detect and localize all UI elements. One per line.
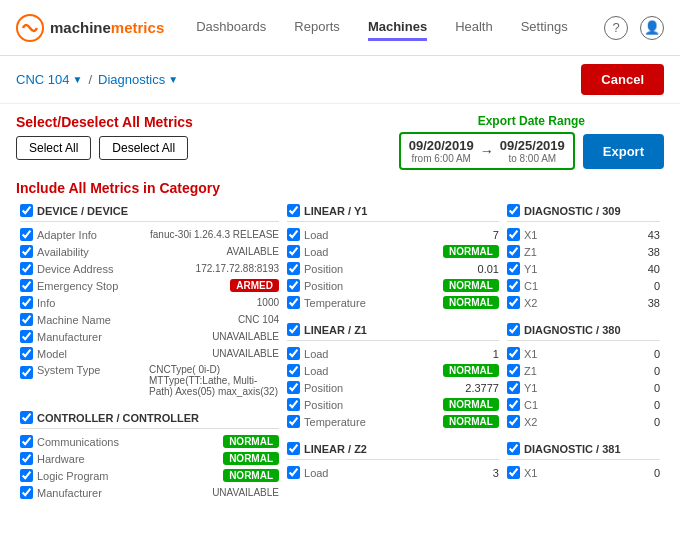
list-item: Device Address 172.17.72.88:8193 (20, 260, 279, 277)
controller-section-title: CONTROLLER / CONTROLLER (37, 412, 199, 424)
section-diag381-header: DIAGNOSTIC / 381 (507, 438, 660, 460)
z1-position2-checkbox[interactable] (287, 398, 300, 411)
deselect-all-button[interactable]: Deselect All (99, 136, 188, 160)
list-item: Z1 38 (507, 243, 660, 260)
nav-dashboards[interactable]: Dashboards (196, 15, 266, 41)
y1-section-title: LINEAR / Y1 (304, 205, 367, 217)
ctrl-manufacturer-checkbox[interactable] (20, 486, 33, 499)
list-item: Temperature NORMAL (287, 413, 499, 430)
list-item: Communications NORMAL (20, 433, 279, 450)
d309-x2-checkbox[interactable] (507, 296, 520, 309)
z1-temperature-checkbox[interactable] (287, 415, 300, 428)
availability-checkbox[interactable] (20, 245, 33, 258)
info-checkbox[interactable] (20, 296, 33, 309)
diag381-section-checkbox[interactable] (507, 442, 520, 455)
list-item: Load NORMAL (287, 362, 499, 379)
hardware-checkbox[interactable] (20, 452, 33, 465)
section-device-header: DEVICE / DEVICE (20, 200, 279, 222)
list-item: Temperature NORMAL (287, 294, 499, 311)
d309-c1-checkbox[interactable] (507, 279, 520, 292)
y1-position2-checkbox[interactable] (287, 279, 300, 292)
d309-y1-checkbox[interactable] (507, 262, 520, 275)
list-item: Hardware NORMAL (20, 450, 279, 467)
y1-position1-checkbox[interactable] (287, 262, 300, 275)
export-date-label: Export Date Range (478, 114, 585, 128)
nav-health[interactable]: Health (455, 15, 493, 41)
export-button[interactable]: Export (583, 134, 664, 169)
main-content: Select/Deselect All Metrics Select All D… (0, 104, 680, 559)
d309-x1-checkbox[interactable] (507, 228, 520, 241)
list-item: Availability AVAILABLE (20, 243, 279, 260)
z1-position1-checkbox[interactable] (287, 381, 300, 394)
cancel-button[interactable]: Cancel (581, 64, 664, 95)
diag309-section-checkbox[interactable] (507, 204, 520, 217)
list-item: C1 0 (507, 277, 660, 294)
y1-load2-checkbox[interactable] (287, 245, 300, 258)
section-diag309-header: DIAGNOSTIC / 309 (507, 200, 660, 222)
emergency-stop-checkbox[interactable] (20, 279, 33, 292)
communications-checkbox[interactable] (20, 435, 33, 448)
list-item: Load 7 (287, 226, 499, 243)
nav-reports[interactable]: Reports (294, 15, 340, 41)
z1-section-checkbox[interactable] (287, 323, 300, 336)
help-icon[interactable]: ? (604, 16, 628, 40)
list-item: C1 0 (507, 396, 660, 413)
device-section-checkbox[interactable] (20, 204, 33, 217)
system-type-checkbox[interactable] (20, 366, 33, 379)
d380-z1-checkbox[interactable] (507, 364, 520, 377)
d380-y1-checkbox[interactable] (507, 381, 520, 394)
list-item: X2 38 (507, 294, 660, 311)
y1-section-checkbox[interactable] (287, 204, 300, 217)
logo-icon (16, 14, 44, 42)
z1-load1-checkbox[interactable] (287, 347, 300, 360)
z2-section-checkbox[interactable] (287, 442, 300, 455)
user-icon[interactable]: 👤 (640, 16, 664, 40)
logic-program-checkbox[interactable] (20, 469, 33, 482)
section-controller-header: CONTROLLER / CONTROLLER (20, 407, 279, 429)
machine-name-checkbox[interactable] (20, 313, 33, 326)
select-deselect-title: Select/Deselect All Metrics (16, 114, 193, 130)
breadcrumb-machine[interactable]: CNC 104 ▼ (16, 72, 82, 87)
from-date-box: 09/20/2019 from 6:00 AM (409, 138, 474, 164)
column-1: DEVICE / DEVICE Adapter Info fanuc-30i 1… (16, 200, 283, 501)
select-all-button[interactable]: Select All (16, 136, 91, 160)
adapter-info-checkbox[interactable] (20, 228, 33, 241)
main-nav: Dashboards Reports Machines Health Setti… (196, 15, 604, 41)
logo: machinemetrics (16, 14, 164, 42)
nav-settings[interactable]: Settings (521, 15, 568, 41)
y1-load1-checkbox[interactable] (287, 228, 300, 241)
controller-section-checkbox[interactable] (20, 411, 33, 424)
device-address-checkbox[interactable] (20, 262, 33, 275)
d380-c1-checkbox[interactable] (507, 398, 520, 411)
section-diag380-header: DIAGNOSTIC / 380 (507, 319, 660, 341)
list-item: X1 43 (507, 226, 660, 243)
select-deselect-buttons: Select All Deselect All (16, 136, 193, 160)
manufacturer-checkbox[interactable] (20, 330, 33, 343)
list-item: Position NORMAL (287, 396, 499, 413)
select-deselect-panel: Select/Deselect All Metrics Select All D… (16, 114, 193, 172)
z2-section-title: LINEAR / Z2 (304, 443, 367, 455)
nav-machines[interactable]: Machines (368, 15, 427, 41)
list-item: Position NORMAL (287, 277, 499, 294)
d381-x1-checkbox[interactable] (507, 466, 520, 479)
include-all-title: Include All Metrics in Category (16, 180, 664, 196)
header: machinemetrics Dashboards Reports Machin… (0, 0, 680, 56)
list-item: Z1 0 (507, 362, 660, 379)
z2-load1-checkbox[interactable] (287, 466, 300, 479)
section-z1-header: LINEAR / Z1 (287, 319, 499, 341)
export-panel: Export Date Range 09/20/2019 from 6:00 A… (399, 114, 664, 170)
list-item: Manufacturer UNAVAILABLE (20, 484, 279, 501)
breadcrumb-section[interactable]: Diagnostics ▼ (98, 72, 178, 87)
list-item: Y1 40 (507, 260, 660, 277)
d380-x1-checkbox[interactable] (507, 347, 520, 360)
diag380-section-checkbox[interactable] (507, 323, 520, 336)
list-item: Load NORMAL (287, 243, 499, 260)
model-checkbox[interactable] (20, 347, 33, 360)
d309-z1-checkbox[interactable] (507, 245, 520, 258)
diag309-section-title: DIAGNOSTIC / 309 (524, 205, 621, 217)
y1-temperature-checkbox[interactable] (287, 296, 300, 309)
list-item: Position 2.3777 (287, 379, 499, 396)
z1-load2-checkbox[interactable] (287, 364, 300, 377)
d380-x2-checkbox[interactable] (507, 415, 520, 428)
device-section-title: DEVICE / DEVICE (37, 205, 128, 217)
